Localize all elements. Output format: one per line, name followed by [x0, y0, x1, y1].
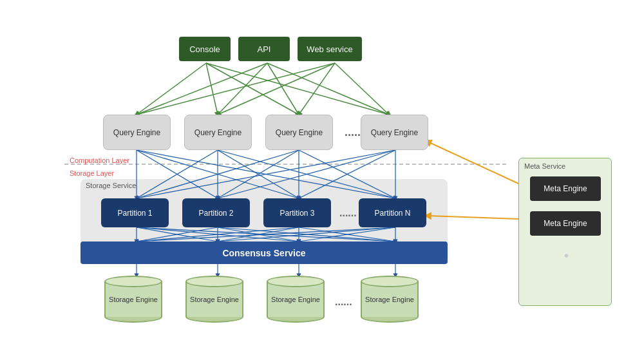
svg-line-11	[335, 63, 389, 115]
storage-engine-dots: ......	[335, 296, 352, 308]
partition-3: Partition 3	[263, 198, 331, 227]
partition-2: Partition 2	[182, 198, 250, 227]
svg-line-6	[267, 63, 299, 115]
svg-line-0	[137, 63, 206, 115]
console-button[interactable]: Console	[179, 37, 231, 61]
query-engine-3: Query Engine	[265, 115, 333, 150]
svg-line-7	[267, 63, 389, 115]
svg-line-49	[428, 142, 518, 184]
query-engine-2: Query Engine	[184, 115, 252, 150]
query-engine-1: Query Engine	[103, 115, 171, 150]
architecture-diagram: Console API Web service Query Engine Que…	[0, 0, 644, 360]
storage-service-label: Storage Service	[86, 182, 136, 189]
computation-layer-label: Computation Layer	[70, 156, 129, 164]
svg-line-8	[137, 63, 335, 115]
meta-engine-dots: •	[564, 249, 569, 263]
cylinder-top-2	[185, 276, 243, 287]
query-engine-4: Query Engine	[361, 115, 428, 150]
partition-n: Partition N	[359, 198, 426, 227]
svg-line-10	[299, 63, 335, 115]
storage-engine-2: Storage Engine	[185, 276, 243, 323]
svg-line-9	[218, 63, 335, 115]
svg-line-1	[206, 63, 218, 115]
svg-line-2	[206, 63, 299, 115]
svg-line-3	[206, 63, 389, 115]
meta-engine-2: Meta Engine	[530, 211, 601, 236]
svg-line-5	[218, 63, 267, 115]
svg-line-4	[137, 63, 267, 115]
cylinder-top-1	[104, 276, 162, 287]
storage-engine-n: Storage Engine	[361, 276, 419, 323]
meta-service-title: Meta Service	[524, 162, 565, 170]
meta-service-container: Meta Service Meta Engine Meta Engine •	[518, 158, 612, 306]
web-service-button[interactable]: Web service	[298, 37, 362, 61]
storage-engine-1: Storage Engine	[104, 276, 162, 323]
storage-layer-label: Storage Layer	[70, 169, 114, 177]
partition-dots: ......	[339, 207, 357, 219]
cylinder-top-n	[361, 276, 419, 287]
api-button[interactable]: API	[238, 37, 290, 61]
meta-engine-1: Meta Engine	[530, 176, 601, 201]
storage-engine-3: Storage Engine	[267, 276, 325, 323]
consensus-service: Consensus Service	[80, 242, 448, 264]
cylinder-top-3	[267, 276, 325, 287]
partition-1: Partition 1	[101, 198, 169, 227]
